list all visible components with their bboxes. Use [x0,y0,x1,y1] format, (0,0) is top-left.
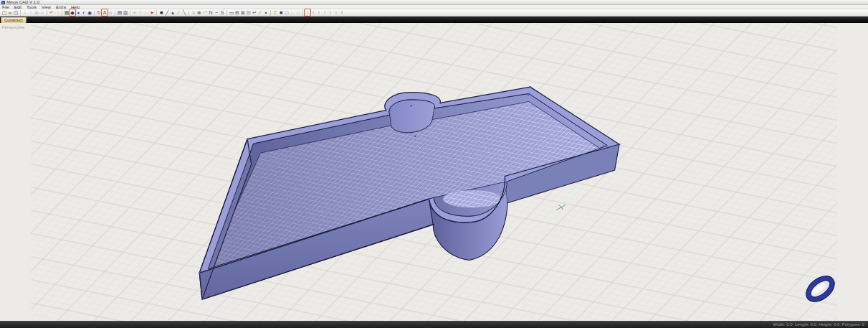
toolbar-separator [187,10,191,16]
toolbar-separator [155,10,158,16]
arrow-2-icon[interactable]: ↑ [310,9,316,16]
status-bar: Width: 0.0, Length: 0.0, Height: 0.0, Po… [0,321,868,328]
toolbar-separator [60,10,64,16]
arrow-3-icon[interactable]: ↑ [316,9,322,16]
extrude-up-icon[interactable]: ↑ [305,9,310,16]
prism-icon[interactable]: △ [290,9,295,16]
undo-icon[interactable]: ↶ [49,9,54,16]
save-icon[interactable]: ◫ [13,9,19,16]
solid-icon[interactable]: ◉ [87,9,92,16]
orbit-view-icon[interactable]: ↻ [96,9,102,16]
rotate-icon[interactable]: ↻ [138,9,143,16]
lathe-icon[interactable]: ◎ [295,9,301,16]
import-icon[interactable]: ⇩ [22,9,28,16]
zoom-icon[interactable]: ○ [108,9,113,16]
circle-center-icon[interactable]: ⊗ [196,9,202,16]
toolbar-separator [269,10,272,16]
scale-icon[interactable]: ▱ [143,9,149,16]
torus-icon[interactable]: ◐ [81,9,87,16]
new-file-icon[interactable]: ▢ [1,9,7,16]
arc-icon[interactable]: ◠ [202,9,208,16]
box-return-icon[interactable]: ↵ [252,9,257,16]
view-front-icon[interactable]: ▤ [117,9,123,16]
circle-icon[interactable]: ○ [191,9,196,16]
spline-icon[interactable]: S [219,9,225,16]
toolbar-separator [301,10,305,16]
point-icon[interactable]: • [263,9,269,16]
arrow-6-icon[interactable]: ↑ [333,9,339,16]
scene-canvas[interactable] [0,23,868,321]
arrow-5-icon[interactable]: ↑ [328,9,333,16]
curve-icon[interactable]: ~ [214,9,219,16]
tab-bar: Construct [0,17,868,23]
fill-color-icon[interactable]: ■ [158,9,164,16]
tab-construct[interactable]: Construct [1,17,27,23]
viewport-3d[interactable]: Perspective [0,23,868,321]
line-icon[interactable]: ╲ [181,9,187,16]
window-title: Minos CAD V 1.0 [6,0,39,4]
delete-icon[interactable]: ✕ [39,9,45,16]
plane-icon[interactable]: ▭ [229,9,234,16]
extrude-tool-icon[interactable]: ◆ [70,9,75,16]
viewport-label: Perspective [2,25,24,29]
select-t-icon[interactable]: T [272,9,278,16]
view-side-icon[interactable]: ▥ [123,9,128,16]
pencil-icon[interactable]: ╱ [164,9,170,16]
menu-extra[interactable]: Extra [56,5,66,9]
zoom-window-icon[interactable]: A [102,9,108,16]
toolbar-separator [45,10,49,16]
measure-icon[interactable]: ∕ [176,9,181,16]
menu-help[interactable]: Help [71,5,80,9]
polyline-icon[interactable]: N [208,9,214,16]
move-icon[interactable]: ✚ [132,9,138,16]
triangle-icon[interactable]: ▲ [170,9,176,16]
mesh-cube-icon[interactable]: ▦ [64,9,70,16]
title-bar[interactable]: Minos CAD V 1.0 [0,0,868,5]
select-arrow-icon[interactable]: ➤ [149,9,155,16]
cube-icon[interactable]: □ [284,9,290,16]
toolbar: ▢ ▰ ◫ ⇩ ⇧ ▣ ✕ ↶ ↷ ▦ ◆ ● ◐ ◉ ↻ A ○ ▤ ▥ ✚ … [0,9,868,17]
copy-icon[interactable]: ▣ [34,9,39,16]
open-folder-icon[interactable]: ▰ [7,9,13,16]
menu-view[interactable]: View [42,5,51,9]
cut-line-icon[interactable]: ∕ [257,9,263,16]
menu-edit[interactable]: Edit [14,5,22,9]
box-icon[interactable]: ⊡ [246,9,252,16]
sphere-icon[interactable]: ● [75,9,81,16]
toolbar-separator [92,10,96,16]
arrow-4-icon[interactable]: ↑ [322,9,328,16]
box-add-icon[interactable]: ⊞ [234,9,240,16]
menu-tools[interactable]: Tools [27,5,37,9]
app-icon [1,1,5,4]
export-icon[interactable]: ⇧ [28,9,34,16]
status-dimensions: Width: 0.0, Length: 0.0, Height: 0.0, Po… [773,322,864,327]
cube-dark-icon[interactable]: ■ [278,9,284,16]
toolbar-separator [225,10,229,16]
toolbar-separator [113,10,117,16]
bump-floor-mesh-lines [443,190,502,207]
box-cross-icon[interactable]: ⊠ [240,9,246,16]
menu-file[interactable]: File [2,5,9,9]
arrow-7-icon[interactable]: ↑ [339,9,345,16]
redo-icon[interactable]: ↷ [54,9,60,16]
